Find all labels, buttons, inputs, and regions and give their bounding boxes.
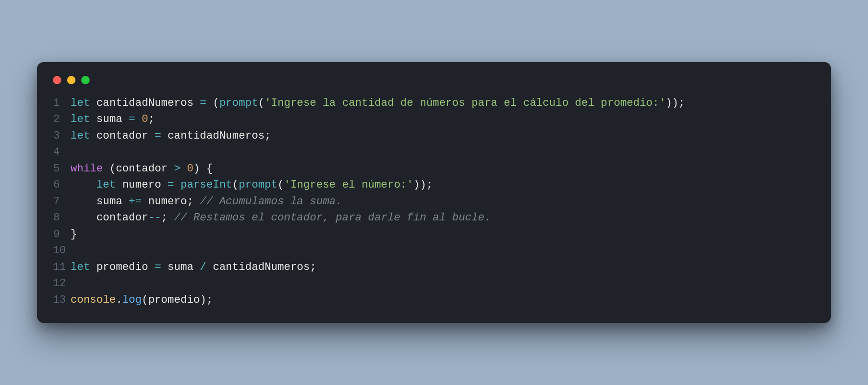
code-line: 8 contador--; // Restamos el contador, p… [53,210,815,226]
line-content: let suma = 0; [71,111,155,128]
line-content: let contador = cantidadNumeros; [71,128,271,144]
code-line: 2let suma = 0; [53,111,815,128]
code-line: 6 let numero = parseInt(prompt('Ingrese … [53,177,815,193]
line-content: contador--; // Restamos el contador, par… [71,210,491,226]
line-content: while (contador > 0) { [71,161,213,177]
code-line: 7 suma += numero; // Acumulamos la suma. [53,193,815,210]
line-content: let cantidadNumeros = (prompt('Ingrese l… [71,95,685,112]
line-number: 11 [53,259,71,276]
line-number: 7 [53,193,71,210]
line-number: 3 [53,128,71,144]
close-icon[interactable] [53,76,61,84]
code-line: 9} [53,226,815,243]
line-number: 13 [53,292,71,309]
code-line: 3let contador = cantidadNumeros; [53,128,815,144]
line-number: 8 [53,210,71,226]
line-content [71,144,77,161]
code-window: 1let cantidadNumeros = (prompt('Ingrese … [37,62,831,323]
line-content: let promedio = suma / cantidadNumeros; [71,259,316,276]
code-line: 1let cantidadNumeros = (prompt('Ingrese … [53,95,815,112]
code-line: 4 [53,144,815,161]
line-number: 9 [53,226,71,243]
code-line: 5while (contador > 0) { [53,161,815,177]
line-number: 6 [53,177,71,193]
line-number: 1 [53,95,71,112]
code-editor[interactable]: 1let cantidadNumeros = (prompt('Ingrese … [53,95,815,309]
line-number: 12 [53,275,71,292]
line-content: } [71,226,77,243]
line-number: 4 [53,144,71,161]
maximize-icon[interactable] [81,76,90,84]
line-content: let numero = parseInt(prompt('Ingrese el… [71,177,433,193]
code-line: 11let promedio = suma / cantidadNumeros; [53,259,815,276]
line-content [71,275,77,292]
code-line: 10 [53,242,815,259]
line-content [71,242,77,259]
code-line: 13console.log(promedio); [53,292,815,309]
line-content: suma += numero; // Acumulamos la suma. [71,193,342,210]
line-number: 2 [53,111,71,128]
line-number: 5 [53,161,71,177]
line-content: console.log(promedio); [71,292,213,309]
code-line: 12 [53,275,815,292]
minimize-icon[interactable] [67,76,75,84]
line-number: 10 [53,242,71,259]
window-controls [53,76,815,84]
